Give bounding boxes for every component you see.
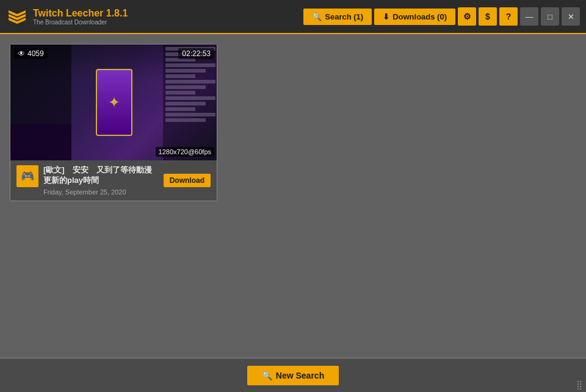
maximize-button[interactable]: □ xyxy=(541,7,559,26)
close-icon: ✕ xyxy=(568,12,574,21)
app-logo xyxy=(6,5,28,27)
donate-button[interactable]: $ xyxy=(479,7,497,26)
app-subtitle: The Broadcast Downloader xyxy=(33,19,128,26)
video-meta: [歐文] 安安 又到了等待動漫更新的play時間 Friday, Septemb… xyxy=(43,165,159,196)
statusbar-icon: ⣿ xyxy=(576,380,582,390)
title-text: Twitch Leecher 1.8.1 The Broadcast Downl… xyxy=(33,8,128,26)
minimize-button[interactable]: — xyxy=(520,7,538,26)
channel-avatar: 🎮 xyxy=(16,165,38,187)
views-badge: 👁 4059 xyxy=(14,48,48,59)
thumb-line-6 xyxy=(165,74,195,78)
thumb-line-11 xyxy=(165,102,206,105)
resolution-text: 1280x720@60fps xyxy=(159,148,211,155)
help-icon: ? xyxy=(506,12,512,21)
thumb-center-card xyxy=(96,69,132,136)
thumb-line-7 xyxy=(165,80,215,84)
new-search-button[interactable]: 🔍 New Search xyxy=(247,366,339,385)
download-button[interactable]: Download xyxy=(164,174,211,187)
video-info: 🎮 [歐文] 安安 又到了等待動漫更新的play時間 Friday, Septe… xyxy=(10,160,217,201)
thumb-line-5 xyxy=(165,69,206,73)
logo-area: Twitch Leecher 1.8.1 The Broadcast Downl… xyxy=(6,5,303,27)
video-title: [歐文] 安安 又到了等待動漫更新的play時間 xyxy=(43,165,159,186)
downloads-tab-label: Downloads (0) xyxy=(392,12,447,21)
channel-avatar-icon: 🎮 xyxy=(21,169,34,183)
help-button[interactable]: ? xyxy=(499,7,518,26)
duration-badge: 02:22:53 xyxy=(178,48,214,59)
new-search-icon: 🔍 xyxy=(262,371,272,380)
bottom-bar: 🔍 New Search ⣿ xyxy=(0,358,586,392)
new-search-label: New Search xyxy=(276,371,324,380)
views-count: 4059 xyxy=(27,49,44,58)
settings-icon: ⚙ xyxy=(463,12,471,21)
thumb-left-panel xyxy=(10,45,71,160)
minimize-icon: — xyxy=(526,12,534,21)
search-tab-button[interactable]: 🔍 Search (1) xyxy=(303,9,372,25)
thumb-line-4 xyxy=(165,63,215,67)
search-tab-label: Search (1) xyxy=(325,12,363,21)
titlebar: Twitch Leecher 1.8.1 The Broadcast Downl… xyxy=(0,0,586,34)
video-date: Friday, September 25, 2020 xyxy=(43,188,159,196)
search-tab-icon: 🔍 xyxy=(312,12,322,21)
settings-button[interactable]: ⚙ xyxy=(458,7,476,26)
nav-buttons: 🔍 Search (1) ⬇ Downloads (0) ⚙ $ ? — □ ✕ xyxy=(303,7,580,26)
donate-icon: $ xyxy=(485,12,490,21)
resolution-badge: 1280x720@60fps xyxy=(156,147,214,157)
maximize-icon: □ xyxy=(548,12,552,21)
duration-text: 02:22:53 xyxy=(182,49,211,58)
thumb-right-panel xyxy=(163,45,217,160)
thumb-line-14 xyxy=(165,118,206,122)
close-button[interactable]: ✕ xyxy=(562,7,580,26)
thumb-line-8 xyxy=(165,85,206,89)
downloads-tab-icon: ⬇ xyxy=(383,12,389,21)
thumb-line-10 xyxy=(165,96,215,100)
video-thumbnail: 👁 4059 02:22:53 1280x720@60fps xyxy=(10,45,217,160)
eye-icon: 👁 xyxy=(18,49,25,58)
thumb-line-12 xyxy=(165,107,195,111)
video-card: 👁 4059 02:22:53 1280x720@60fps 🎮 [歐文] 安安… xyxy=(10,44,217,201)
thumb-line-9 xyxy=(165,91,195,94)
app-title: Twitch Leecher 1.8.1 xyxy=(33,8,128,19)
downloads-tab-button[interactable]: ⬇ Downloads (0) xyxy=(374,9,455,25)
main-content: 👁 4059 02:22:53 1280x720@60fps 🎮 [歐文] 安安… xyxy=(0,34,586,358)
thumb-line-13 xyxy=(165,113,215,116)
